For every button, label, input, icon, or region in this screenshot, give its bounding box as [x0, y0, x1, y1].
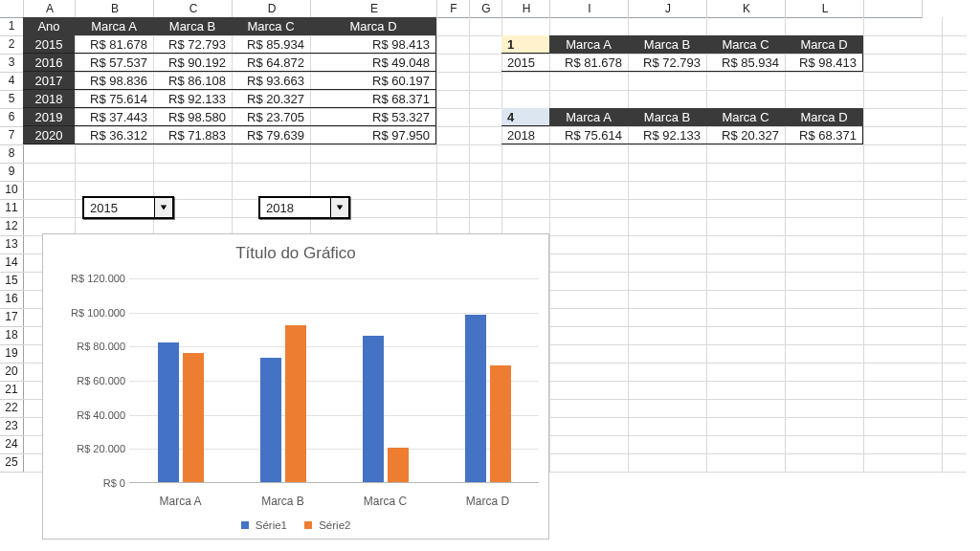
column-header[interactable]: J: [628, 0, 708, 18]
row-header[interactable]: 8: [0, 144, 24, 164]
cell[interactable]: Marca D: [785, 108, 863, 126]
column-header[interactable]: E: [310, 0, 438, 18]
cell[interactable]: R$ 64.872: [232, 54, 310, 72]
cell[interactable]: R$ 68.371: [310, 90, 436, 108]
row-header[interactable]: 11: [0, 199, 24, 218]
cell[interactable]: R$ 93.663: [232, 72, 310, 90]
cell[interactable]: R$ 85.934: [232, 35, 310, 54]
row-header[interactable]: 19: [0, 344, 24, 364]
cell[interactable]: R$ 36.312: [75, 126, 153, 144]
cell[interactable]: 2018: [501, 126, 549, 144]
combo-year-2[interactable]: 2018: [258, 196, 350, 219]
column-header[interactable]: C: [153, 0, 234, 18]
cell[interactable]: Marca A: [75, 17, 153, 35]
cell[interactable]: Marca C: [232, 17, 310, 35]
row-header[interactable]: 6: [0, 108, 24, 127]
row-header[interactable]: 21: [0, 381, 24, 400]
cell[interactable]: 2015: [23, 35, 75, 54]
cell[interactable]: 2015: [501, 54, 549, 72]
cell[interactable]: 2020: [23, 126, 75, 144]
column-header[interactable]: H: [501, 0, 551, 18]
cell[interactable]: Marca C: [706, 35, 785, 54]
chevron-down-icon[interactable]: [330, 198, 348, 217]
cell[interactable]: Marca B: [628, 108, 706, 126]
column-header[interactable]: B: [75, 0, 155, 18]
row-header[interactable]: 4: [0, 72, 24, 91]
row-header[interactable]: 3: [0, 54, 24, 73]
row-header[interactable]: 16: [0, 290, 24, 309]
cell[interactable]: R$ 98.836: [75, 72, 153, 90]
cell[interactable]: R$ 97.950: [310, 126, 436, 144]
cell[interactable]: R$ 57.537: [75, 54, 153, 72]
cell[interactable]: 1: [501, 35, 549, 54]
column-header[interactable]: [863, 0, 923, 18]
row-header[interactable]: 9: [0, 163, 24, 182]
row-header[interactable]: 14: [0, 253, 24, 273]
cell[interactable]: Marca A: [549, 35, 628, 54]
row-header[interactable]: 10: [0, 181, 24, 200]
cell[interactable]: Ano: [23, 17, 75, 35]
cell[interactable]: Marca C: [706, 108, 785, 126]
row-header[interactable]: 12: [0, 217, 24, 236]
column-header[interactable]: L: [785, 0, 865, 18]
cell[interactable]: 4: [501, 108, 549, 126]
row-header[interactable]: 23: [0, 417, 24, 436]
cell[interactable]: R$ 49.048: [310, 54, 436, 72]
cell[interactable]: 2016: [23, 54, 75, 72]
cell[interactable]: R$ 53.327: [310, 108, 436, 126]
chart-area[interactable]: Título do Gráfico R$ 0R$ 20.000R$ 40.000…: [42, 233, 549, 540]
cell[interactable]: R$ 79.639: [232, 126, 310, 144]
row-header[interactable]: 25: [0, 453, 24, 473]
cell[interactable]: R$ 98.580: [153, 108, 232, 126]
row-header[interactable]: 18: [0, 326, 24, 345]
cell[interactable]: R$ 71.883: [153, 126, 232, 144]
column-header[interactable]: A: [23, 0, 77, 18]
column-header[interactable]: K: [706, 0, 787, 18]
cell[interactable]: R$ 72.793: [153, 35, 232, 54]
cell[interactable]: 2018: [23, 90, 75, 108]
category-label: Marca B: [261, 495, 304, 508]
cell[interactable]: Marca A: [549, 108, 628, 126]
cell[interactable]: R$ 20.327: [706, 126, 785, 144]
cell[interactable]: R$ 81.678: [75, 35, 153, 54]
cell[interactable]: R$ 86.108: [153, 72, 232, 90]
row-header[interactable]: 2: [0, 35, 24, 55]
cell[interactable]: R$ 75.614: [75, 90, 153, 108]
cell[interactable]: Marca D: [785, 35, 863, 54]
cell[interactable]: R$ 23.705: [232, 108, 310, 126]
cell[interactable]: R$ 92.133: [628, 126, 706, 144]
cell[interactable]: Marca D: [310, 17, 436, 35]
row-header[interactable]: 5: [0, 90, 24, 109]
cell[interactable]: R$ 81.678: [549, 54, 628, 72]
cell[interactable]: Marca B: [153, 17, 232, 35]
row-header[interactable]: 1: [0, 17, 24, 36]
combo-year-1[interactable]: 2015: [82, 196, 174, 219]
cell[interactable]: R$ 92.133: [153, 90, 232, 108]
cell[interactable]: R$ 98.413: [310, 35, 436, 54]
column-header[interactable]: I: [549, 0, 630, 18]
column-header[interactable]: D: [232, 0, 312, 18]
row-header[interactable]: 24: [0, 435, 24, 454]
cell[interactable]: 2017: [23, 72, 75, 90]
cell[interactable]: 2019: [23, 108, 75, 126]
cell[interactable]: R$ 60.197: [310, 72, 436, 90]
column-header[interactable]: F: [436, 0, 471, 18]
row-header[interactable]: 15: [0, 272, 24, 291]
cell[interactable]: R$ 20.327: [232, 90, 310, 108]
cell[interactable]: Marca B: [628, 35, 706, 54]
cell[interactable]: R$ 72.793: [628, 54, 706, 72]
cell[interactable]: R$ 75.614: [549, 126, 628, 144]
column-header[interactable]: G: [469, 0, 503, 18]
cell[interactable]: R$ 85.934: [706, 54, 785, 72]
select-all-corner[interactable]: [0, 0, 24, 18]
row-header[interactable]: 20: [0, 363, 24, 382]
cell[interactable]: R$ 68.371: [785, 126, 863, 144]
chevron-down-icon[interactable]: [154, 198, 172, 217]
row-header[interactable]: 13: [0, 235, 24, 254]
cell[interactable]: R$ 98.413: [785, 54, 863, 72]
row-header[interactable]: 17: [0, 308, 24, 327]
row-header[interactable]: 7: [0, 126, 24, 145]
row-header[interactable]: 22: [0, 399, 24, 418]
cell[interactable]: R$ 90.192: [153, 54, 232, 72]
cell[interactable]: R$ 37.443: [75, 108, 153, 126]
